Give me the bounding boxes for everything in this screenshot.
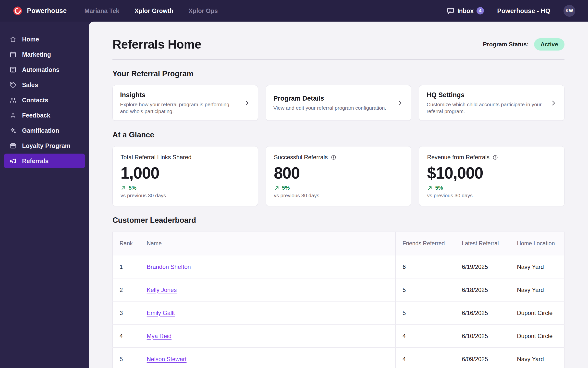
- sidebar-item-sales[interactable]: Sales: [4, 78, 85, 92]
- sidebar-item-gamification[interactable]: Gamification: [4, 123, 85, 138]
- card-title: Program Details: [273, 95, 392, 102]
- avatar[interactable]: KW: [564, 5, 575, 17]
- hq-settings-card[interactable]: HQ Settings Customize which child accoun…: [419, 85, 564, 121]
- account-switcher[interactable]: Powerhouse - HQ: [497, 7, 550, 15]
- location-cell: Navy Yard: [510, 278, 564, 302]
- card-description: Explore how your referral program is per…: [120, 101, 235, 115]
- brand[interactable]: Powerhouse: [13, 6, 67, 16]
- top-bar-right: Inbox 4 Powerhouse - HQ KW: [447, 5, 575, 17]
- rank-cell: 1: [113, 255, 140, 278]
- stat-label: Revenue from Referrals: [427, 154, 490, 161]
- top-nav-mariana-tek[interactable]: Mariana Tek: [85, 7, 120, 14]
- sidebar-item-contacts[interactable]: Contacts: [4, 93, 85, 107]
- stat-delta-note: vs previous 30 days: [427, 193, 556, 198]
- column-header-name: Name: [140, 232, 395, 255]
- column-header-rank: Rank: [113, 232, 140, 255]
- stat-value: $10,000: [427, 164, 556, 182]
- inbox-button[interactable]: Inbox 4: [447, 7, 484, 15]
- latest-cell: 6/18/2025: [455, 278, 510, 302]
- sidebar-item-label: Loyalty Program: [22, 142, 70, 149]
- top-nav: Mariana Tek Xplor Growth Xplor Ops: [85, 7, 218, 14]
- info-icon[interactable]: [331, 155, 336, 160]
- chevron-right-icon: [397, 100, 404, 106]
- chevron-right-icon: [244, 100, 250, 106]
- rank-cell: 2: [113, 278, 140, 302]
- top-bar: Powerhouse Mariana Tek Xplor Growth Xplo…: [0, 0, 588, 22]
- sidebar-item-feedback[interactable]: Feedback: [4, 108, 85, 123]
- powerhouse-logo-icon: [13, 6, 23, 16]
- inbox-label: Inbox: [457, 7, 474, 14]
- sidebar-item-home[interactable]: Home: [4, 32, 85, 47]
- sidebar: Home Marketing Automations Sales Contact…: [0, 22, 89, 368]
- table-row: 4 Mya Reid 4 6/10/2025 Dupont Circle: [113, 325, 564, 348]
- info-icon[interactable]: [492, 155, 498, 160]
- stat-delta-note: vs previous 30 days: [121, 193, 250, 198]
- table-row: 1 Brandon Shefton 6 6/19/2025 Navy Yard: [113, 255, 564, 278]
- stat-value: 1,000: [121, 164, 250, 182]
- sidebar-item-referrals[interactable]: Referrals: [4, 154, 85, 168]
- friends-cell: 5: [396, 302, 455, 325]
- table-row: 5 Nelson Stewart 4 6/09/2025 Navy Yard: [113, 348, 564, 368]
- column-header-latest-referral: Latest Referral: [455, 232, 510, 255]
- stat-label: Total Referral Links Shared: [121, 154, 191, 161]
- users-icon: [9, 96, 17, 104]
- column-header-home-location: Home Location: [510, 232, 564, 255]
- page-title: Referrals Home: [112, 37, 201, 52]
- automations-icon: [9, 66, 17, 73]
- leaderboard-table: Rank Name Friends Referred Latest Referr…: [112, 232, 564, 368]
- friends-cell: 4: [396, 348, 455, 368]
- title-divider: [112, 59, 564, 60]
- main-content: Referrals Home Program Status: Active Yo…: [89, 22, 588, 368]
- inbox-count-badge: 4: [477, 7, 484, 14]
- section-heading-referral-program: Your Referral Program: [112, 69, 564, 78]
- stat-card-successful-referrals: Successful Referrals 800 5% vs previous …: [266, 146, 411, 206]
- section-heading-at-a-glance: At a Glance: [112, 131, 564, 139]
- stat-delta-note: vs previous 30 days: [274, 193, 403, 198]
- latest-cell: 6/19/2025: [455, 255, 510, 278]
- program-status-label: Program Status:: [483, 41, 529, 48]
- person-icon: [9, 112, 17, 119]
- program-details-card[interactable]: Program Details View and edit your refer…: [266, 85, 411, 121]
- rank-cell: 3: [113, 302, 140, 325]
- friends-cell: 6: [396, 255, 455, 278]
- friends-cell: 5: [396, 278, 455, 302]
- customer-link[interactable]: Nelson Stewart: [147, 356, 187, 362]
- card-title: HQ Settings: [427, 91, 545, 99]
- customer-link[interactable]: Emily Gallt: [147, 310, 175, 316]
- calendar-icon: [9, 51, 17, 58]
- stat-delta: 5%: [435, 185, 443, 191]
- sidebar-item-label: Marketing: [22, 51, 51, 58]
- customer-link[interactable]: Brandon Shefton: [147, 263, 191, 270]
- top-nav-xplor-growth[interactable]: Xplor Growth: [135, 7, 173, 14]
- location-cell: Dupont Circle: [510, 302, 564, 325]
- program-status-badge: Active: [534, 38, 564, 51]
- card-description: Customize which child accounts participa…: [427, 101, 542, 115]
- stat-label: Successful Referrals: [274, 154, 328, 161]
- sidebar-item-label: Contacts: [22, 97, 48, 104]
- customer-link[interactable]: Mya Reid: [147, 333, 172, 339]
- sidebar-item-loyalty-program[interactable]: Loyalty Program: [4, 138, 85, 153]
- sidebar-item-automations[interactable]: Automations: [4, 62, 85, 77]
- sidebar-item-label: Home: [22, 36, 39, 43]
- arrow-up-right-icon: [121, 185, 126, 191]
- latest-cell: 6/10/2025: [455, 325, 510, 348]
- table-row: 2 Kelly Jones 5 6/18/2025 Navy Yard: [113, 278, 564, 302]
- sidebar-item-label: Referrals: [22, 158, 49, 165]
- table-header-row: Rank Name Friends Referred Latest Referr…: [113, 232, 564, 255]
- sparkles-icon: [9, 127, 17, 134]
- sidebar-item-label: Gamification: [22, 127, 59, 134]
- top-nav-xplor-ops[interactable]: Xplor Ops: [189, 7, 218, 14]
- arrow-up-right-icon: [427, 185, 433, 191]
- stat-value: 800: [274, 164, 403, 182]
- customer-link[interactable]: Kelly Jones: [147, 287, 177, 293]
- insights-card[interactable]: Insights Explore how your referral progr…: [112, 85, 258, 121]
- megaphone-icon: [9, 157, 17, 165]
- name-cell: Brandon Shefton: [140, 255, 395, 278]
- location-cell: Navy Yard: [510, 255, 564, 278]
- gift-icon: [9, 142, 17, 149]
- name-cell: Emily Gallt: [140, 302, 395, 325]
- program-card-grid: Insights Explore how your referral progr…: [112, 85, 564, 121]
- name-cell: Mya Reid: [140, 325, 395, 348]
- sidebar-item-marketing[interactable]: Marketing: [4, 47, 85, 62]
- name-cell: Nelson Stewart: [140, 348, 395, 368]
